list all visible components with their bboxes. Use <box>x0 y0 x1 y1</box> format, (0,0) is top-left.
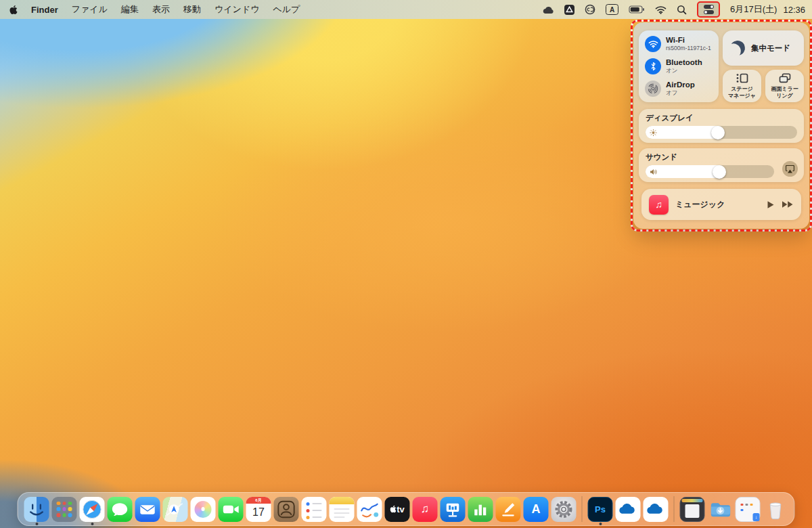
dock-icon-maps[interactable] <box>163 497 188 522</box>
dock-icon-pages[interactable] <box>496 497 521 522</box>
stage-manager-label: ステージマネージャ <box>728 86 756 99</box>
running-indicator <box>599 523 602 525</box>
dock-icon-reminders[interactable] <box>302 497 327 522</box>
sound-label: サウンド <box>646 152 797 162</box>
brightness-icon <box>650 129 657 136</box>
screen-mirroring-button[interactable]: 画面ミラーリング <box>765 70 804 102</box>
connectivity-card: Wi-Firs500m-11971c-1 Bluetoothオン AirDrop… <box>639 30 719 102</box>
stage-manager-icon <box>736 73 748 83</box>
music-label: ミュージック <box>675 199 759 211</box>
brightness-slider-thumb[interactable] <box>711 126 725 139</box>
input-source-icon[interactable]: A <box>606 4 618 15</box>
dock-icon-onedrive[interactable] <box>644 497 669 522</box>
control-center-panel: Wi-Firs500m-11971c-1 Bluetoothオン AirDrop… <box>633 22 809 229</box>
dock-icon-safari[interactable] <box>80 497 105 522</box>
speaker-icon <box>650 169 658 175</box>
wifi-label: Wi-Fi <box>666 36 711 45</box>
dock-icon-facetime[interactable] <box>219 497 244 522</box>
airplay-audio-button[interactable] <box>782 161 798 177</box>
menu-item-app-name[interactable]: Finder <box>24 5 65 15</box>
battery-icon[interactable] <box>629 5 645 14</box>
dock: 6月17tv♫APs↓ <box>18 492 795 526</box>
app-menus: Finderファイル編集表示移動ウインドウヘルプ <box>7 3 307 16</box>
wifi-icon[interactable] <box>655 5 667 14</box>
fast-forward-button[interactable] <box>782 200 794 208</box>
control-center-annotation: Wi-Firs500m-11971c-1 Bluetoothオン AirDrop… <box>631 20 811 231</box>
menu-item-6[interactable]: ヘルプ <box>266 3 307 16</box>
bluetooth-toggle[interactable]: Bluetoothオン <box>645 58 713 74</box>
control-center-icon[interactable] <box>697 1 720 18</box>
dock-icon-mail[interactable] <box>135 497 160 522</box>
wifi-icon <box>645 36 661 52</box>
dock-separator <box>582 496 583 522</box>
dock-icon-appletv[interactable]: tv <box>385 497 410 522</box>
triangle-app-icon[interactable] <box>564 5 574 15</box>
airdrop-toggle[interactable]: AirDropオフ <box>645 81 713 97</box>
dock-icon-window-doc[interactable]: ↓ <box>736 497 761 522</box>
wifi-detail: rs500m-11971c-1 <box>666 45 711 51</box>
onedrive-cloud-icon[interactable] <box>542 5 554 14</box>
music-widget: ♫ ミュージック <box>641 189 801 220</box>
wifi-toggle[interactable]: Wi-Firs500m-11971c-1 <box>645 36 713 52</box>
dock-icon-appstore[interactable]: A <box>524 497 549 522</box>
dock-icon-notes[interactable] <box>330 497 355 522</box>
dock-separator <box>674 496 675 522</box>
volume-slider-thumb[interactable] <box>713 165 726 179</box>
menu-bar: Finderファイル編集表示移動ウインドウヘルプ A 6月17日(土) 12:3… <box>0 0 812 19</box>
dock-icon-photoshop[interactable]: Ps <box>588 497 613 522</box>
dock-icon-contacts[interactable] <box>274 497 299 522</box>
status-menus: A 6月17日(土) 12:36 <box>542 1 805 18</box>
moon-icon <box>729 39 746 57</box>
focus-label: 集中モード <box>751 43 790 53</box>
play-button[interactable] <box>766 200 775 209</box>
menu-bar-time[interactable]: 12:36 <box>783 5 805 15</box>
dock-icon-launchpad[interactable] <box>52 497 77 522</box>
stage-manager-button[interactable]: ステージマネージャ <box>723 70 761 102</box>
menu-item-4[interactable]: 移動 <box>177 3 208 16</box>
dock-icon-trash[interactable] <box>763 497 788 522</box>
display-card: ディスプレイ <box>639 109 804 143</box>
screen-mirroring-label: 画面ミラーリング <box>771 86 798 99</box>
dock-icon-numbers[interactable] <box>468 497 493 522</box>
bluetooth-icon <box>645 58 661 74</box>
menu-item-3[interactable]: 表示 <box>145 3 177 16</box>
brightness-slider[interactable] <box>646 126 797 139</box>
volume-slider[interactable] <box>646 165 774 178</box>
dock-icon-photos[interactable] <box>191 497 216 522</box>
dock-icon-messages[interactable] <box>108 497 133 522</box>
focus-mode-button[interactable]: 集中モード <box>723 30 804 66</box>
menu-item-2[interactable]: 編集 <box>114 3 145 16</box>
menu-item-1[interactable]: ファイル <box>65 3 114 16</box>
dock-icon-downloads[interactable] <box>708 497 733 522</box>
sound-card: サウンド <box>639 148 804 182</box>
dock-icon-settings[interactable] <box>551 497 577 522</box>
menu-bar-date[interactable]: 6月17日(土) <box>730 3 777 16</box>
bluetooth-label: Bluetooth <box>666 58 702 67</box>
airdrop-label: AirDrop <box>666 81 695 89</box>
dock-icon-freeform[interactable] <box>357 497 382 522</box>
dock-icon-finder[interactable] <box>24 497 49 522</box>
dock-icon-window-print[interactable] <box>680 497 705 522</box>
control-center-pills <box>704 5 714 14</box>
dock-icon-keynote[interactable] <box>441 497 466 522</box>
desktop: Finderファイル編集表示移動ウインドウヘルプ A 6月17日(土) 12:3… <box>0 0 812 528</box>
running-indicator <box>91 523 93 525</box>
menu-item-5[interactable]: ウインドウ <box>208 3 267 16</box>
creative-cloud-icon[interactable] <box>585 4 595 15</box>
airdrop-detail: オフ <box>666 89 695 96</box>
airdrop-icon <box>645 81 661 97</box>
dock-icon-music[interactable]: ♫ <box>413 497 438 522</box>
music-app-icon[interactable]: ♫ <box>649 195 669 215</box>
dock-icon-calendar[interactable]: 6月17 <box>246 497 271 522</box>
running-indicator <box>35 523 38 525</box>
screen-mirroring-icon <box>779 73 791 83</box>
dock-icon-onedrive[interactable] <box>616 497 641 522</box>
bluetooth-detail: オン <box>666 67 702 74</box>
apple-menu-icon[interactable] <box>7 5 24 15</box>
display-label: ディスプレイ <box>646 113 797 123</box>
spotlight-icon[interactable] <box>677 5 687 15</box>
